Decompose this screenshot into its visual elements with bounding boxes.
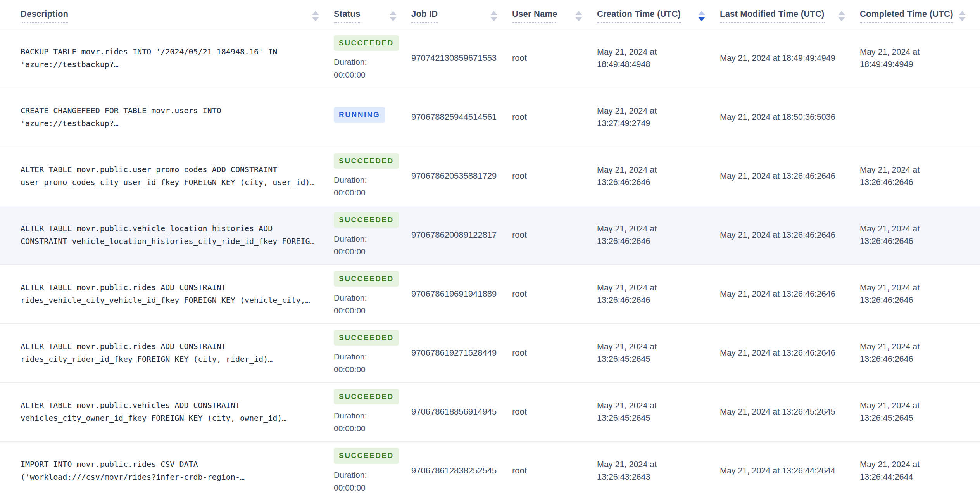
status-badge: SUCCEEDED [334,212,399,228]
jobs-table: Description Status Job ID User Name [0,0,980,500]
table-row[interactable]: BACKUP TABLE movr.rides INTO '/2024/05/2… [0,29,980,88]
last-modified-time: May 21, 2024 at 13:26:46:2646 [720,229,847,241]
job-description-link[interactable]: ALTER TABLE movr.public.vehicle_location… [21,222,321,248]
column-label: Last Modified Time (UTC) [720,9,825,23]
sort-icon[interactable] [312,11,319,21]
user-name: root [512,407,527,416]
column-label: Creation Time (UTC) [597,9,681,23]
user-name: root [512,348,527,358]
completed-time: May 21, 2024 at13:26:45:2645 [860,399,967,424]
column-label: Job ID [411,9,438,23]
completed-time: May 21, 2024 at13:26:44:2644 [860,458,967,483]
last-modified-time: May 21, 2024 at 18:50:36:5036 [720,111,847,123]
job-description-link[interactable]: ALTER TABLE movr.public.rides ADD CONSTR… [21,281,321,307]
status-badge: SUCCEEDED [334,389,399,405]
creation-time: May 21, 2024 at13:26:45:2645 [597,340,707,365]
last-modified-time: May 21, 2024 at 13:26:46:2646 [720,170,847,182]
last-modified-time: May 21, 2024 at 13:26:45:2645 [720,406,847,418]
column-header-completed-time[interactable]: Completed Time (UTC) [860,0,980,29]
column-header-status[interactable]: Status [334,0,411,29]
user-name: root [512,230,527,240]
job-description-link[interactable]: ALTER TABLE movr.public.rides ADD CONSTR… [21,340,321,366]
last-modified-time: May 21, 2024 at 13:26:46:2646 [720,347,847,359]
column-label: Status [334,9,360,23]
column-label: Description [21,9,68,23]
sort-icon[interactable] [838,11,845,21]
column-header-last-modified-time[interactable]: Last Modified Time (UTC) [720,0,860,29]
job-duration: Duration: 00:00:00 [334,350,398,376]
job-duration: Duration: 00:00:00 [334,55,398,81]
job-id: 970678618856914945 [411,407,497,416]
sort-icon[interactable] [390,11,397,21]
job-duration: Duration: 00:00:00 [334,291,398,317]
sort-icon[interactable] [490,11,497,21]
column-label: User Name [512,9,557,23]
status-badge: SUCCEEDED [334,330,399,346]
table-header-row: Description Status Job ID User Name [0,0,980,29]
table-row[interactable]: ALTER TABLE movr.public.user_promo_codes… [0,147,980,206]
table-row[interactable]: IMPORT INTO movr.public.rides CSV DATA (… [0,441,980,500]
creation-time: May 21, 2024 at13:27:49:2749 [597,105,707,130]
job-duration: Duration: 00:00:00 [334,232,398,258]
completed-time: May 21, 2024 at13:26:46:2646 [860,223,967,247]
creation-time: May 21, 2024 at18:49:48:4948 [597,46,707,71]
job-description-link[interactable]: BACKUP TABLE movr.rides INTO '/2024/05/2… [21,45,321,71]
column-header-creation-time[interactable]: Creation Time (UTC) [597,0,720,29]
column-label: Completed Time (UTC) [860,9,953,23]
creation-time: May 21, 2024 at13:26:46:2646 [597,164,707,188]
user-name: root [512,289,527,299]
status-badge: SUCCEEDED [334,35,399,51]
status-badge: SUCCEEDED [334,448,399,464]
status-badge: SUCCEEDED [334,271,399,287]
last-modified-time: May 21, 2024 at 13:26:46:2646 [720,288,847,300]
job-id: 970678620535881729 [411,171,497,181]
job-duration: Duration: 00:00:00 [334,468,398,494]
job-description-link[interactable]: ALTER TABLE movr.public.vehicles ADD CON… [21,399,321,425]
user-name: root [512,112,527,122]
table-row[interactable]: ALTER TABLE movr.public.vehicles ADD CON… [0,382,980,441]
job-id: 970678612838252545 [411,466,497,475]
job-duration: Duration: 00:00:00 [334,409,398,435]
column-header-job-id[interactable]: Job ID [411,0,512,29]
completed-time: May 21, 2024 at13:26:46:2646 [860,164,967,188]
sort-icon[interactable] [575,11,582,21]
user-name: root [512,171,527,181]
sort-icon-active-desc[interactable] [698,11,705,21]
status-badge: SUCCEEDED [334,153,399,169]
status-badge: RUNNING [334,107,385,123]
sort-icon[interactable] [959,11,966,21]
job-description-link[interactable]: ALTER TABLE movr.public.user_promo_codes… [21,163,321,189]
job-duration: Duration: 00:00:00 [334,173,398,199]
creation-time: May 21, 2024 at13:26:46:2646 [597,282,707,306]
column-header-description[interactable]: Description [0,0,334,29]
creation-time: May 21, 2024 at13:26:43:2643 [597,458,707,483]
last-modified-time: May 21, 2024 at 13:26:44:2644 [720,465,847,477]
completed-time: May 21, 2024 at18:49:49:4949 [860,46,967,71]
user-name: root [512,466,527,475]
completed-time: May 21, 2024 at13:26:46:2646 [860,282,967,306]
table-row[interactable]: ALTER TABLE movr.public.rides ADD CONSTR… [0,323,980,382]
table-row[interactable]: ALTER TABLE movr.public.vehicle_location… [0,206,980,264]
creation-time: May 21, 2024 at13:26:45:2645 [597,399,707,424]
creation-time: May 21, 2024 at13:26:46:2646 [597,223,707,247]
job-id: 970678619691941889 [411,289,497,299]
job-description-link[interactable]: CREATE CHANGEFEED FOR TABLE movr.users I… [21,104,321,130]
table-row[interactable]: CREATE CHANGEFEED FOR TABLE movr.users I… [0,88,980,147]
job-id: 970678620089122817 [411,230,497,240]
column-header-user-name[interactable]: User Name [512,0,597,29]
table-row[interactable]: ALTER TABLE movr.public.rides ADD CONSTR… [0,264,980,323]
job-description-link[interactable]: IMPORT INTO movr.public.rides CSV DATA (… [21,458,321,484]
user-name: root [512,53,527,63]
job-id: 970678825944514561 [411,112,497,122]
job-id: 970742130859671553 [411,53,497,63]
job-id: 970678619271528449 [411,348,497,358]
completed-time: May 21, 2024 at13:26:46:2646 [860,340,967,365]
last-modified-time: May 21, 2024 at 18:49:49:4949 [720,52,847,64]
